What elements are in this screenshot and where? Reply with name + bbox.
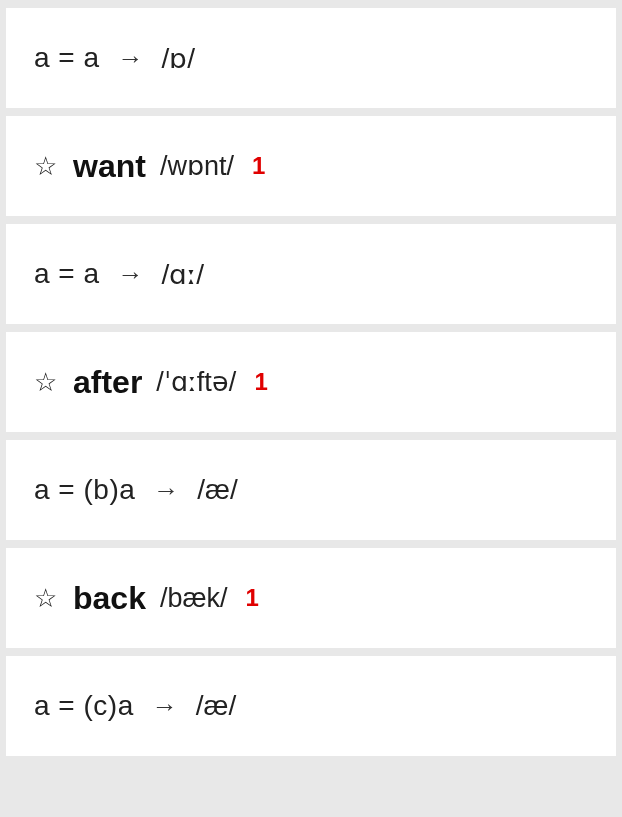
rule-card[interactable]: a = a → /ɑː/ bbox=[6, 224, 616, 324]
word-card[interactable]: ☆ after /ˈɑːftə/ 1 bbox=[6, 332, 616, 432]
arrow-icon: → bbox=[152, 691, 178, 722]
rule-lhs: a = (b)a bbox=[34, 474, 135, 506]
rule-card[interactable]: a = (c)a → /æ/ bbox=[6, 656, 616, 756]
word-text: want bbox=[73, 148, 146, 185]
rule-card[interactable]: a = (b)a → /æ/ bbox=[6, 440, 616, 540]
word-ipa: /wɒnt/ bbox=[160, 150, 234, 182]
rule-phonetic: /ɒ/ bbox=[162, 42, 196, 75]
rule-phonetic: /æ/ bbox=[196, 690, 236, 722]
arrow-icon: → bbox=[153, 475, 179, 506]
word-text: after bbox=[73, 364, 142, 401]
star-icon[interactable]: ☆ bbox=[34, 585, 57, 611]
word-ipa: /ˈɑːftə/ bbox=[156, 366, 236, 398]
count-badge: 1 bbox=[254, 368, 267, 396]
rule-lhs: a = a bbox=[34, 258, 100, 290]
rule-phonetic: /æ/ bbox=[197, 474, 237, 506]
arrow-icon: → bbox=[118, 259, 144, 290]
word-ipa: /bæk/ bbox=[160, 583, 228, 614]
arrow-icon: → bbox=[118, 43, 144, 74]
star-icon[interactable]: ☆ bbox=[34, 369, 57, 395]
rule-phonetic: /ɑː/ bbox=[162, 258, 205, 291]
word-text: back bbox=[73, 580, 146, 617]
count-badge: 1 bbox=[252, 152, 265, 180]
rule-card[interactable]: a = a → /ɒ/ bbox=[6, 8, 616, 108]
word-card[interactable]: ☆ back /bæk/ 1 bbox=[6, 548, 616, 648]
word-card[interactable]: ☆ want /wɒnt/ 1 bbox=[6, 116, 616, 216]
rule-lhs: a = (c)a bbox=[34, 690, 134, 722]
rule-lhs: a = a bbox=[34, 42, 100, 74]
count-badge: 1 bbox=[245, 584, 258, 612]
star-icon[interactable]: ☆ bbox=[34, 153, 57, 179]
